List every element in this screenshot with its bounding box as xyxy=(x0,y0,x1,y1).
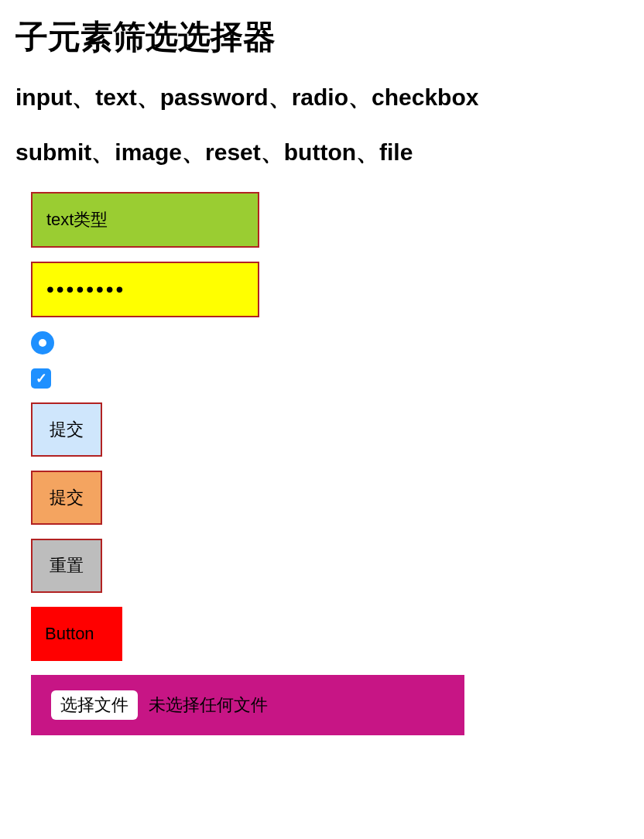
radio-input[interactable] xyxy=(31,331,54,354)
radio-dot-icon xyxy=(39,339,46,347)
check-icon: ✓ xyxy=(36,370,47,387)
subheading-1: input、text、password、radio、checkbox xyxy=(15,82,629,114)
checkbox-input[interactable]: ✓ xyxy=(31,368,51,389)
text-input[interactable] xyxy=(31,192,259,248)
submit-button-2[interactable]: 提交 xyxy=(31,471,102,525)
file-choose-button[interactable]: 选择文件 xyxy=(51,690,138,720)
password-input[interactable] xyxy=(31,262,259,317)
page-title: 子元素筛选选择器 xyxy=(15,15,629,59)
submit-button-1[interactable]: 提交 xyxy=(31,402,102,457)
subheading-2: submit、image、reset、button、file xyxy=(15,137,629,169)
generic-button[interactable]: Button xyxy=(31,607,122,661)
file-input[interactable]: 选择文件 未选择任何文件 xyxy=(31,675,464,735)
reset-button[interactable]: 重置 xyxy=(31,539,102,593)
file-status-text: 未选择任何文件 xyxy=(149,693,268,717)
